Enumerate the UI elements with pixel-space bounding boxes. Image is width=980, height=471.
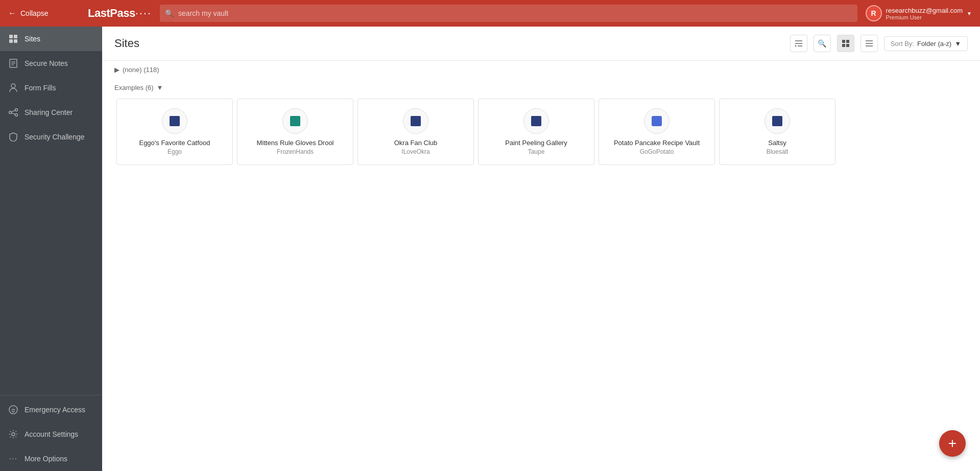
- content-area: Sites 🔍: [102, 27, 980, 471]
- svg-rect-3: [14, 39, 17, 43]
- collapse-all-button[interactable]: [790, 35, 807, 52]
- collapse-icon: ←: [8, 9, 16, 18]
- sort-label: Sort By:: [891, 40, 914, 48]
- card-icon-potato: [644, 108, 670, 134]
- card-icon-mittens: [282, 108, 308, 134]
- svg-rect-19: [842, 40, 845, 43]
- svg-line-13: [11, 113, 15, 114]
- card-info-mittens: Mittens Rule Gloves Drool FrozenHands: [257, 139, 334, 156]
- group-none-header[interactable]: ▶ (none) (118): [102, 61, 980, 79]
- card-icon-eggos: [162, 108, 187, 134]
- emergency-access-icon: [8, 405, 18, 415]
- sidebar-item-sharing-center[interactable]: Sharing Center: [0, 100, 102, 125]
- main-layout: Sites Secure Notes Form Fills: [0, 27, 980, 471]
- search-toggle-button[interactable]: 🔍: [814, 35, 831, 52]
- svg-point-15: [12, 433, 15, 436]
- svg-point-11: [15, 114, 18, 116]
- sharing-center-icon: [8, 107, 18, 117]
- form-fills-icon: [8, 83, 18, 93]
- security-challenge-icon: [8, 132, 18, 142]
- card-user-mittens: FrozenHands: [257, 148, 334, 155]
- sidebar-sites-label: Sites: [25, 35, 40, 43]
- group-none-label: (none) (118): [123, 66, 159, 74]
- collapse-label: Collapse: [20, 9, 48, 17]
- card-name-potato: Potato Pancake Recipe Vault: [614, 139, 700, 148]
- sidebar-secure-notes-label: Secure Notes: [25, 59, 68, 67]
- sidebar-item-security-challenge[interactable]: Security Challenge: [0, 125, 102, 149]
- sidebar-emergency-access-label: Emergency Access: [25, 406, 85, 414]
- vault-card-potato[interactable]: Potato Pancake Recipe Vault GoGoPotato: [599, 99, 715, 165]
- content-header: Sites 🔍: [102, 27, 980, 61]
- card-info-potato: Potato Pancake Recipe Vault GoGoPotato: [614, 139, 700, 156]
- svg-point-10: [15, 109, 18, 111]
- sort-chevron-icon: ▼: [954, 40, 961, 48]
- card-name-saltsy: Saltsy: [767, 139, 788, 148]
- card-user-saltsy: Bluesalt: [767, 148, 788, 155]
- topbar: ← Collapse LastPass···· 🔍 R researchbuzz…: [0, 0, 980, 27]
- sidebar-form-fills-label: Form Fills: [25, 84, 56, 92]
- sidebar-account-settings-label: Account Settings: [25, 430, 78, 438]
- svg-rect-2: [9, 39, 13, 43]
- sidebar-item-more-options[interactable]: ··· More Options: [0, 446, 102, 471]
- card-user-eggos: Eggo: [139, 148, 210, 155]
- card-info-paint: Paint Peeling Gallery Taupe: [505, 139, 567, 156]
- add-button[interactable]: +: [939, 430, 966, 457]
- vault-card-mittens[interactable]: Mittens Rule Gloves Drool FrozenHands: [237, 99, 353, 165]
- sort-value: Folder (a-z): [917, 40, 951, 48]
- sidebar-item-sites[interactable]: Sites: [0, 27, 102, 51]
- sidebar-item-emergency-access[interactable]: Emergency Access: [0, 397, 102, 422]
- add-icon: +: [948, 436, 957, 451]
- group-none-arrow: ▶: [114, 66, 119, 74]
- secure-notes-icon: [8, 58, 18, 68]
- sidebar-sharing-center-label: Sharing Center: [25, 108, 73, 116]
- sidebar-security-challenge-label: Security Challenge: [25, 133, 85, 141]
- card-user-paint: Taupe: [505, 148, 567, 155]
- search-input[interactable]: [160, 5, 857, 22]
- card-name-paint: Paint Peeling Gallery: [505, 139, 567, 148]
- svg-rect-21: [842, 44, 845, 47]
- svg-line-12: [11, 110, 15, 112]
- sidebar-item-account-settings[interactable]: Account Settings: [0, 422, 102, 446]
- grid-view-icon: [842, 39, 850, 48]
- search-toggle-icon: 🔍: [818, 39, 826, 48]
- list-view-button[interactable]: [861, 35, 878, 52]
- group-examples-label: Examples (6): [114, 84, 154, 91]
- vault-card-saltsy[interactable]: Saltsy Bluesalt: [719, 99, 835, 165]
- svg-point-8: [11, 84, 15, 88]
- card-info-okra: Okra Fan Club ILoveOkra: [394, 139, 438, 156]
- sites-icon: [8, 34, 18, 44]
- svg-rect-20: [846, 40, 849, 43]
- card-user-okra: ILoveOkra: [394, 148, 438, 155]
- sidebar-divider: [0, 395, 102, 395]
- sidebar-item-form-fills[interactable]: Form Fills: [0, 76, 102, 100]
- group-examples-arrow: ▼: [157, 84, 163, 91]
- card-name-okra: Okra Fan Club: [394, 139, 438, 148]
- user-email: researchbuzz@gmail.com: [886, 7, 963, 14]
- vault-card-okra[interactable]: Okra Fan Club ILoveOkra: [357, 99, 474, 165]
- svg-rect-0: [9, 35, 13, 38]
- user-menu[interactable]: R researchbuzz@gmail.com Premium User ▼: [866, 5, 972, 21]
- card-icon-paint: [523, 108, 549, 134]
- grid-view-button[interactable]: [837, 35, 854, 52]
- sidebar-more-options-label: More Options: [25, 455, 67, 463]
- user-info: researchbuzz@gmail.com Premium User: [886, 7, 963, 20]
- group-examples-header[interactable]: Examples (6) ▼: [102, 79, 980, 97]
- vault-card-paint[interactable]: Paint Peeling Gallery Taupe: [478, 99, 594, 165]
- app-logo: LastPass····: [88, 7, 152, 20]
- card-user-potato: GoGoPotato: [614, 148, 700, 155]
- vault-grid: Eggo's Favorite Catfood Eggo Mittens Rul…: [102, 97, 980, 175]
- card-info-eggos: Eggo's Favorite Catfood Eggo: [139, 139, 210, 156]
- vault-card-eggos[interactable]: Eggo's Favorite Catfood Eggo: [116, 99, 233, 165]
- avatar: R: [866, 5, 882, 21]
- search-wrapper: 🔍: [160, 5, 857, 22]
- account-settings-icon: [8, 429, 18, 439]
- user-plan: Premium User: [886, 14, 963, 20]
- sort-button[interactable]: Sort By: Folder (a-z) ▼: [884, 36, 968, 51]
- sidebar-item-secure-notes[interactable]: Secure Notes: [0, 51, 102, 76]
- card-name-mittens: Mittens Rule Gloves Drool: [257, 139, 334, 148]
- card-info-saltsy: Saltsy Bluesalt: [767, 139, 788, 156]
- sidebar: Sites Secure Notes Form Fills: [0, 27, 102, 471]
- card-name-eggos: Eggo's Favorite Catfood: [139, 139, 210, 148]
- svg-rect-1: [14, 35, 17, 38]
- collapse-button[interactable]: ← Collapse: [8, 9, 80, 18]
